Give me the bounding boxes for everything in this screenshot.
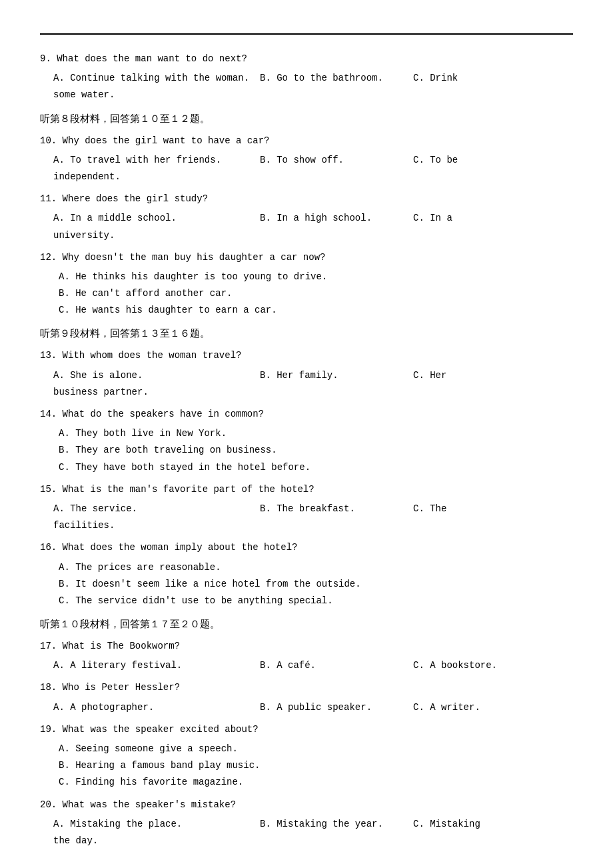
q9-option-c-cont: some water. — [40, 87, 573, 103]
question-17: 17. What is The Bookworm? A. A literary … — [40, 638, 573, 674]
question-20-title: 20. What was the speaker's mistake? — [40, 797, 573, 813]
question-14-title: 14. What do the speakers have in common? — [40, 406, 573, 423]
q14-option-a: A. They both live in New York. — [40, 425, 573, 442]
q9-option-c: C. Drink — [413, 70, 458, 87]
q15-option-b: B. The breakfast. — [260, 501, 413, 517]
q20-option-b: B. Mistaking the year. — [260, 816, 413, 833]
q16-option-a: A. The prices are reasonable. — [40, 559, 573, 576]
q20-option-c-cont: the day. — [40, 833, 573, 849]
section-10-header: 听第１０段材料，回答第１７至２０题。 — [40, 616, 573, 634]
q10-option-c-cont: independent. — [40, 169, 573, 185]
question-15-title: 15. What is the man's favorite part of t… — [40, 481, 573, 498]
content-area: 9. What does the man want to do next? A.… — [40, 51, 573, 849]
q16-option-c: C. The service didn't use to be anything… — [40, 593, 573, 609]
q20-option-c: C. Mistaking — [413, 816, 480, 833]
q12-option-b: B. He can't afford another car. — [40, 285, 573, 302]
q13-option-a: A. She is alone. — [53, 367, 260, 384]
q17-option-c: C. A bookstore. — [413, 657, 497, 674]
q18-option-c: C. A writer. — [413, 699, 480, 716]
question-13-title: 13. With whom does the woman travel? — [40, 347, 573, 364]
question-12-title: 12. Why doesn't the man buy his daughter… — [40, 249, 573, 266]
question-10-title: 10. Why does the girl want to have a car… — [40, 133, 573, 149]
q13-option-b: B. Her family. — [260, 367, 413, 384]
section-8-header: 听第８段材料，回答第１０至１２题。 — [40, 111, 573, 129]
question-18: 18. Who is Peter Hessler? A. A photograp… — [40, 679, 573, 715]
q19-option-b: B. Hearing a famous band play music. — [40, 757, 573, 774]
question-19-title: 19. What was the speaker excited about? — [40, 721, 573, 738]
q10-option-c: C. To be — [413, 152, 458, 169]
question-14: 14. What do the speakers have in common?… — [40, 406, 573, 476]
q17-option-a: A. A literary festival. — [53, 657, 260, 674]
question-11: 11. Where does the girl study? A. In a m… — [40, 191, 573, 244]
question-18-title: 18. Who is Peter Hessler? — [40, 679, 573, 696]
question-12: 12. Why doesn't the man buy his daughter… — [40, 249, 573, 319]
q19-option-a: A. Seeing someone give a speech. — [40, 741, 573, 757]
q14-option-b: B. They are both traveling on business. — [40, 442, 573, 459]
q18-option-b: B. A public speaker. — [260, 699, 413, 716]
q15-option-c-cont: facilities. — [40, 517, 573, 534]
question-10: 10. Why does the girl want to have a car… — [40, 133, 573, 186]
q14-option-c: C. They have both stayed in the hotel be… — [40, 459, 573, 476]
q13-option-c: C. Her — [413, 367, 446, 384]
question-16-title: 16. What does the woman imply about the … — [40, 539, 573, 556]
question-20: 20. What was the speaker's mistake? A. M… — [40, 797, 573, 850]
q15-option-c: C. The — [413, 501, 446, 517]
q11-option-c: C. In a — [413, 210, 452, 227]
question-19: 19. What was the speaker excited about? … — [40, 721, 573, 791]
q10-option-b: B. To show off. — [260, 152, 413, 169]
q20-option-a: A. Mistaking the place. — [53, 816, 260, 833]
question-16: 16. What does the woman imply about the … — [40, 539, 573, 609]
q16-option-b: B. It doesn't seem like a nice hotel fro… — [40, 576, 573, 593]
question-15: 15. What is the man's favorite part of t… — [40, 481, 573, 535]
q9-option-a: A. Continue talking with the woman. — [53, 70, 260, 87]
q17-option-b: B. A café. — [260, 657, 413, 674]
question-9-title: 9. What does the man want to do next? — [40, 51, 573, 67]
top-divider — [40, 33, 573, 35]
q11-option-a: A. In a middle school. — [53, 210, 260, 227]
q12-option-a: A. He thinks his daughter is too young t… — [40, 269, 573, 285]
q11-option-b: B. In a high school. — [260, 210, 413, 227]
page-wrapper: 9. What does the man want to do next? A.… — [40, 33, 573, 868]
question-13: 13. With whom does the woman travel? A. … — [40, 347, 573, 401]
q15-option-a: A. The service. — [53, 501, 260, 517]
q11-option-c-cont: university. — [40, 227, 573, 244]
q18-option-a: A. A photographer. — [53, 699, 260, 716]
section-9-header: 听第９段材料，回答第１３至１６题。 — [40, 325, 573, 343]
question-9: 9. What does the man want to do next? A.… — [40, 51, 573, 104]
q9-option-b: B. Go to the bathroom. — [260, 70, 413, 87]
q10-option-a: A. To travel with her friends. — [53, 152, 260, 169]
question-17-title: 17. What is The Bookworm? — [40, 638, 573, 655]
q19-option-c: C. Finding his favorite magazine. — [40, 774, 573, 791]
q13-option-c-cont: business partner. — [40, 384, 573, 401]
q12-option-c: C. He wants his daughter to earn a car. — [40, 302, 573, 319]
question-11-title: 11. Where does the girl study? — [40, 191, 573, 207]
